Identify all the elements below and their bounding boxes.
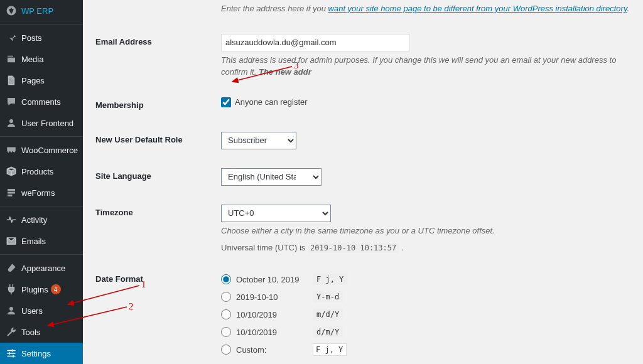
activity-icon bbox=[5, 213, 18, 226]
page-icon bbox=[5, 74, 18, 87]
date-format-custom-input[interactable] bbox=[313, 343, 347, 356]
sidebar-item-label: Settings bbox=[21, 349, 51, 358]
sidebar-item-label: Comments bbox=[21, 97, 61, 107]
woo-icon bbox=[5, 144, 18, 156]
forms-icon bbox=[5, 186, 18, 199]
date-format-code: Y-m-d bbox=[313, 291, 343, 302]
date-format-radio[interactable] bbox=[221, 327, 231, 337]
sidebar-item-weforms[interactable]: weForms bbox=[0, 182, 83, 203]
sidebar-item-comments[interactable]: Comments bbox=[0, 91, 83, 112]
sidebar-item-label: Products bbox=[21, 167, 53, 176]
pin-icon bbox=[5, 31, 18, 44]
wrench-icon bbox=[5, 326, 18, 338]
date-format-code: m/d/Y bbox=[313, 309, 343, 320]
mail-icon bbox=[5, 235, 18, 247]
date-format-option[interactable]: 2019-10-10Y-m-d bbox=[221, 289, 637, 305]
comment-icon bbox=[5, 95, 18, 108]
sidebar-item-label: Posts bbox=[21, 33, 42, 43]
sidebar-item-label: Plugins bbox=[21, 285, 48, 294]
date-format-radio[interactable] bbox=[221, 274, 231, 284]
date-format-display: October 10, 2019 bbox=[236, 275, 308, 284]
date-format-option[interactable]: 10/10/2019d/m/Y bbox=[221, 324, 637, 340]
sidebar-item-user-frontend[interactable]: User Frontend bbox=[0, 112, 83, 134]
anyone-can-register-checkbox[interactable] bbox=[221, 97, 231, 107]
site-address-description: Enter the address here if you want your … bbox=[221, 3, 637, 15]
site-language-select[interactable]: English (United States) bbox=[221, 168, 322, 186]
date-format-display: 10/10/2019 bbox=[236, 328, 308, 337]
default-role-select[interactable]: Subscriber bbox=[221, 132, 296, 149]
date-format-display: 2019-10-10 bbox=[236, 292, 308, 302]
date-format-custom-row[interactable]: Custom: bbox=[221, 341, 637, 358]
date-format-options: October 10, 2019F j, Y2019-10-10Y-m-d10/… bbox=[221, 271, 637, 340]
sidebar-item-plugins[interactable]: Plugins4 bbox=[0, 279, 83, 300]
sidebar-item-label: User Frontend bbox=[21, 119, 73, 128]
sidebar-item-appearance[interactable]: Appearance bbox=[0, 257, 83, 279]
sidebar-item-label: WooCommerce bbox=[21, 146, 78, 155]
date-format-custom-label: Custom: bbox=[236, 345, 308, 355]
box-icon bbox=[5, 165, 18, 178]
sidebar-item-woocommerce[interactable]: WooCommerce bbox=[0, 139, 83, 161]
sidebar-item-users[interactable]: Users bbox=[0, 300, 83, 321]
date-format-display: 10/10/2019 bbox=[236, 310, 308, 319]
sidebar-item-label: Activity bbox=[21, 215, 47, 225]
plug-icon bbox=[5, 283, 18, 296]
date-format-code: d/m/Y bbox=[313, 326, 343, 338]
settings-general-page: Enter the address here if you want your … bbox=[83, 0, 643, 364]
brush-icon bbox=[5, 262, 18, 274]
sidebar-item-label: WP ERP bbox=[21, 6, 53, 16]
sidebar-item-media[interactable]: Media bbox=[0, 48, 83, 70]
date-format-radio-custom[interactable] bbox=[221, 345, 231, 355]
date-format-option[interactable]: October 10, 2019F j, Y bbox=[221, 271, 637, 287]
sidebar-item-settings[interactable]: Settings bbox=[0, 343, 83, 364]
timezone-description: Choose either a city in the same timezon… bbox=[221, 225, 637, 237]
email-label: Email Address bbox=[95, 24, 221, 88]
timezone-select[interactable]: UTC+0 bbox=[221, 205, 331, 222]
utc-time-value: 2019-10-10 10:13:57 bbox=[308, 243, 399, 253]
date-format-radio[interactable] bbox=[221, 309, 231, 319]
admin-email-description: This address is used for admin purposes.… bbox=[221, 54, 637, 78]
membership-option[interactable]: Anyone can register bbox=[221, 97, 308, 107]
sidebar-item-label: Emails bbox=[21, 237, 46, 246]
date-format-label: Date Format bbox=[95, 262, 221, 364]
sidebar-item-label: Users bbox=[21, 306, 43, 316]
membership-label: Membership bbox=[95, 88, 221, 122]
timezone-label: Timezone bbox=[95, 195, 221, 262]
plugin-update-badge: 4 bbox=[51, 284, 61, 294]
admin-email-input[interactable] bbox=[221, 34, 409, 51]
sidebar-item-label: weForms bbox=[21, 188, 55, 198]
media-icon bbox=[5, 53, 18, 65]
sidebar-item-products[interactable]: Products bbox=[0, 161, 83, 182]
sidebar-item-tools[interactable]: Tools bbox=[0, 321, 83, 343]
anyone-can-register-label: Anyone can register bbox=[235, 97, 308, 107]
user-icon bbox=[5, 117, 18, 129]
sidebar-item-wp-erp[interactable]: WP ERP bbox=[0, 0, 83, 21]
site-language-label: Site Language bbox=[95, 159, 221, 195]
sidebar-item-label: Pages bbox=[21, 76, 45, 85]
sidebar-item-label: Tools bbox=[21, 328, 40, 337]
sidebar-item-label: Media bbox=[21, 55, 43, 64]
sidebar-item-emails[interactable]: Emails bbox=[0, 230, 83, 252]
date-format-option[interactable]: 10/10/2019m/d/Y bbox=[221, 306, 637, 323]
sidebar-item-pages[interactable]: Pages bbox=[0, 70, 83, 91]
sidebar-item-label: Appearance bbox=[21, 264, 65, 273]
erp-icon bbox=[5, 4, 18, 17]
admin-sidebar: WP ERPPostsMediaPagesCommentsUser Fronte… bbox=[0, 0, 83, 364]
sidebar-item-posts[interactable]: Posts bbox=[0, 27, 83, 48]
user-icon bbox=[5, 304, 18, 317]
date-format-radio[interactable] bbox=[221, 292, 231, 302]
sliders-icon bbox=[5, 347, 18, 360]
sidebar-item-activity[interactable]: Activity bbox=[0, 209, 83, 230]
date-format-code: F j, Y bbox=[313, 274, 347, 285]
default-role-label: New User Default Role bbox=[95, 122, 221, 159]
different-directory-link[interactable]: want your site home page to be different… bbox=[328, 4, 627, 13]
utc-time-line: Universal time (UTC) is 2019-10-10 10:13… bbox=[221, 243, 637, 252]
